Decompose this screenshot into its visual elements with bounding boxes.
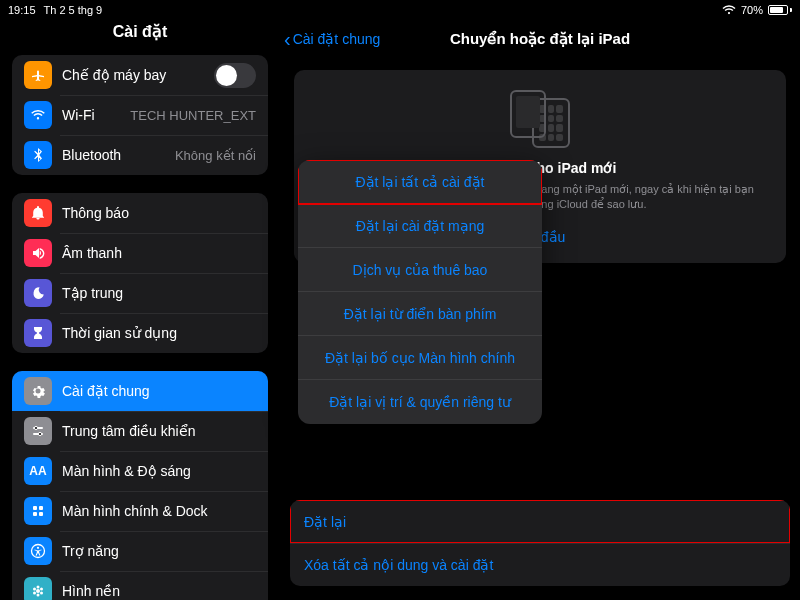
settings-sidebar: Cài đặt Chế độ máy bay Wi-Fi TECH HUNTER… <box>0 0 280 600</box>
wifi-label: Wi-Fi <box>62 107 130 123</box>
general-label: Cài đặt chung <box>62 383 256 399</box>
sidebar-item-wallpaper[interactable]: Hình nền <box>12 571 268 600</box>
bottom-list: Đặt lại Xóa tất cả nội dung và cài đặt <box>290 500 790 586</box>
erase-row[interactable]: Xóa tất cả nội dung và cài đặt <box>290 543 790 586</box>
wifi-value: TECH HUNTER_EXT <box>130 108 256 123</box>
sidebar-item-general[interactable]: Cài đặt chung <box>12 371 268 411</box>
subscriber-services[interactable]: Dịch vụ của thuê bao <box>298 248 542 292</box>
bell-icon <box>24 199 52 227</box>
reset-popup: Đặt lại tất cả cài đặt Đặt lại cài đặt m… <box>298 160 542 424</box>
back-label: Cài đặt chung <box>293 31 381 47</box>
sidebar-item-home-screen[interactable]: Màn hình chính & Dock <box>12 491 268 531</box>
reset-row[interactable]: Đặt lại <box>290 500 790 543</box>
sidebar-title: Cài đặt <box>0 22 280 41</box>
moon-icon <box>24 279 52 307</box>
bluetooth-icon <box>24 141 52 169</box>
sidebar-item-control-center[interactable]: Trung tâm điều khiển <box>12 411 268 451</box>
svg-point-16 <box>40 592 43 595</box>
sidebar-item-sound[interactable]: Âm thanh <box>12 233 268 273</box>
focus-label: Tập trung <box>62 285 256 301</box>
airplane-toggle[interactable] <box>214 63 256 88</box>
svg-rect-6 <box>33 512 37 516</box>
erase-label: Xóa tất cả nội dung và cài đặt <box>304 557 493 573</box>
airplane-label: Chế độ máy bay <box>62 67 214 83</box>
svg-point-10 <box>36 589 40 593</box>
wifi-icon <box>722 5 736 15</box>
hourglass-icon <box>24 319 52 347</box>
control-label: Trung tâm điều khiển <box>62 423 256 439</box>
svg-rect-5 <box>39 506 43 510</box>
ipad-illustration-icon <box>310 90 770 148</box>
wifi-icon <box>24 101 52 129</box>
reset-network-settings[interactable]: Đặt lại cài đặt mạng <box>298 204 542 248</box>
gear-icon <box>24 377 52 405</box>
chevron-left-icon: ‹ <box>284 29 291 49</box>
sidebar-item-bluetooth[interactable]: Bluetooth Không kết nối <box>12 135 268 175</box>
sidebar-item-focus[interactable]: Tập trung <box>12 273 268 313</box>
sidebar-item-display[interactable]: AA Màn hình & Độ sáng <box>12 451 268 491</box>
battery-percent: 70% <box>741 4 763 16</box>
display-label: Màn hình & Độ sáng <box>62 463 256 479</box>
reset-keyboard-dictionary[interactable]: Đặt lại từ điển bàn phím <box>298 292 542 336</box>
svg-point-15 <box>33 592 36 595</box>
reset-location-privacy[interactable]: Đặt lại vị trí & quyền riêng tư <box>298 380 542 424</box>
notifications-label: Thông báo <box>62 205 256 221</box>
svg-point-13 <box>33 588 36 591</box>
battery-icon <box>768 5 792 15</box>
sound-label: Âm thanh <box>62 245 256 261</box>
svg-rect-7 <box>39 512 43 516</box>
svg-point-14 <box>40 588 43 591</box>
bluetooth-value: Không kết nối <box>175 148 256 163</box>
bluetooth-label: Bluetooth <box>62 147 175 163</box>
reset-home-layout[interactable]: Đặt lại bố cục Màn hình chính <box>298 336 542 380</box>
accessibility-label: Trợ năng <box>62 543 256 559</box>
page-title: Chuyển hoặc đặt lại iPad <box>450 30 630 48</box>
status-bar: 19:15 Th 2 5 thg 9 70% <box>0 0 800 20</box>
reset-all-settings[interactable]: Đặt lại tất cả cài đặt <box>298 160 542 204</box>
sidebar-item-notifications[interactable]: Thông báo <box>12 193 268 233</box>
sidebar-item-accessibility[interactable]: Trợ năng <box>12 531 268 571</box>
status-time: 19:15 <box>8 4 36 16</box>
sidebar-item-wifi[interactable]: Wi-Fi TECH HUNTER_EXT <box>12 95 268 135</box>
svg-point-12 <box>37 594 40 597</box>
svg-point-11 <box>37 586 40 589</box>
svg-point-3 <box>38 432 41 435</box>
aa-icon: AA <box>24 457 52 485</box>
speaker-icon <box>24 239 52 267</box>
wallpaper-label: Hình nền <box>62 583 256 599</box>
sidebar-item-screentime[interactable]: Thời gian sử dụng <box>12 313 268 353</box>
grid-icon <box>24 497 52 525</box>
sliders-icon <box>24 417 52 445</box>
status-date: Th 2 5 thg 9 <box>44 4 103 16</box>
svg-point-9 <box>37 547 39 549</box>
svg-point-1 <box>34 426 37 429</box>
reset-label: Đặt lại <box>304 514 346 530</box>
back-button[interactable]: ‹ Cài đặt chung <box>284 29 380 49</box>
svg-rect-4 <box>33 506 37 510</box>
sidebar-item-airplane[interactable]: Chế độ máy bay <box>12 55 268 95</box>
accessibility-icon <box>24 537 52 565</box>
home-label: Màn hình chính & Dock <box>62 503 256 519</box>
flower-icon <box>24 577 52 600</box>
airplane-icon <box>24 61 52 89</box>
screentime-label: Thời gian sử dụng <box>62 325 256 341</box>
